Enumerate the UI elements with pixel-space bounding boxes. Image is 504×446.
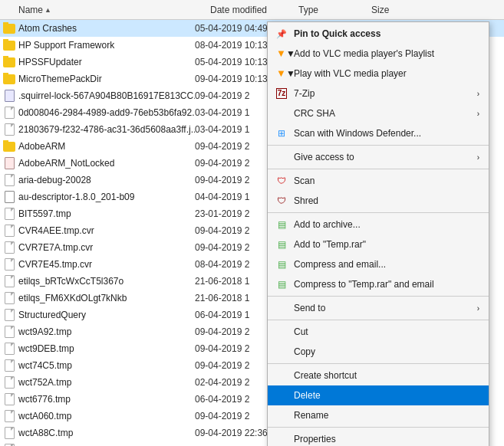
menu-item-play-vlc[interactable]: ▼ Play with VLC media player <box>268 64 489 84</box>
menu-item-label: Send to <box>294 303 477 313</box>
menu-item-scan-defender[interactable]: ⊞ Scan with Windows Defender... <box>268 123 489 143</box>
menu-item-copy[interactable]: Copy <box>268 342 489 362</box>
menu-item-icon-wrapper: ▤ <box>274 238 289 251</box>
file-name: BIT5597.tmp <box>18 208 71 219</box>
menu-item-label: Create shortcut <box>294 370 479 381</box>
file-name: CVR7E45.tmp.cvr <box>18 259 92 270</box>
menu-item-scan[interactable]: 🛡 Scan <box>268 171 489 191</box>
menu-item-7zip[interactable]: 7z 7-Zip › <box>268 84 489 103</box>
menu-item-icon-wrapper <box>274 369 289 382</box>
vlc-icon: ▼ <box>276 48 287 59</box>
menu-item-pin-quick-access[interactable]: 📌 Pin to Quick access <box>268 24 489 44</box>
menu-item-label: Compress to "Temp.rar" and email <box>294 279 479 290</box>
menu-separator <box>268 427 489 428</box>
menu-item-label: 7-Zip <box>294 88 477 99</box>
menu-item-icon-wrapper <box>274 107 289 120</box>
file-icon <box>5 410 15 422</box>
file-icon-wrapper <box>3 376 15 389</box>
file-name: MicroThemePackDir <box>18 74 102 84</box>
menu-item-create-shortcut[interactable]: Create shortcut <box>268 366 489 385</box>
menu-item-label: CRC SHA <box>294 108 477 119</box>
file-icon-wrapper <box>3 275 15 287</box>
menu-item-icon-wrapper: 🛡 <box>274 175 289 187</box>
file-icon <box>5 123 15 136</box>
menu-item-add-temp-rar[interactable]: ▤ Add to "Temp.rar" <box>268 234 489 254</box>
menu-item-compress-email[interactable]: ▤ Compress and email... <box>268 254 489 274</box>
file-name: HPSSFUpdater <box>18 57 82 67</box>
menu-item-rename[interactable]: Rename <box>268 405 489 425</box>
menu-item-icon-wrapper: 7z <box>274 87 289 100</box>
file-name-cell: AdobeARM_NotLocked <box>3 157 195 169</box>
menu-item-label: Delete <box>294 390 479 401</box>
file-icon <box>5 393 15 405</box>
menu-separator <box>268 320 489 320</box>
file-name-cell: wctA88C.tmp <box>3 427 195 439</box>
menu-item-label: Play with VLC media player <box>294 68 479 79</box>
file-name: CVR7E7A.tmp.cvr <box>18 242 93 253</box>
file-icon-wrapper <box>3 359 15 372</box>
file-icon-wrapper <box>3 208 15 220</box>
file-name-cell: .squirrel-lock-567A904B80B16917E813CC... <box>3 90 195 102</box>
file-icon-wrapper <box>3 258 15 271</box>
menu-item-crc-sha[interactable]: CRC SHA › <box>268 103 489 123</box>
file-name: CVR4AEE.tmp.cvr <box>18 225 94 236</box>
col-date-header[interactable]: Date modified <box>210 5 298 15</box>
menu-item-label: Pin to Quick access <box>294 28 479 39</box>
menu-item-label: Scan with Windows Defender... <box>294 128 479 139</box>
file-name-cell: Atom Crashes <box>3 22 195 34</box>
menu-item-icon-wrapper: ▤ <box>274 218 289 231</box>
sort-arrow-icon: ▲ <box>44 6 51 14</box>
menu-separator <box>268 363 489 364</box>
file-icon <box>5 107 15 119</box>
file-name-cell: HPSSFUpdater <box>3 56 195 68</box>
context-menu: 📌 Pin to Quick access ▼ Add to VLC media… <box>267 21 489 446</box>
menu-item-properties[interactable]: Properties <box>268 429 489 446</box>
file-name: etilqs_FM6XKdOLgt7kNkb <box>18 293 127 303</box>
shield-red-icon: 🛡 <box>277 175 286 186</box>
script-icon <box>5 90 15 102</box>
menu-separator <box>268 145 489 146</box>
file-name: AdobeARM <box>18 141 65 152</box>
menu-item-label: Scan <box>294 175 479 186</box>
file-name-cell: CVR7E45.tmp.cvr <box>3 258 195 271</box>
file-name-cell: MicroThemePackDir <box>3 73 195 85</box>
file-icon-wrapper <box>3 73 15 85</box>
file-name-cell: 21803679-f232-4786-ac31-36d5608aa3ff.j..… <box>3 123 195 136</box>
menu-item-cut[interactable]: Cut <box>268 322 489 342</box>
menu-item-add-archive[interactable]: ▤ Add to archive... <box>268 215 489 234</box>
file-icon-wrapper <box>3 123 15 136</box>
file-icon <box>5 174 15 186</box>
folder-icon <box>3 74 15 84</box>
file-icon-wrapper <box>3 157 15 169</box>
col-name-header[interactable]: Name ▲ <box>3 5 210 15</box>
file-name-cell: wct6776.tmp <box>3 393 195 405</box>
file-icon <box>5 343 15 355</box>
shield-darkred-icon: 🛡 <box>277 195 286 206</box>
menu-item-icon-wrapper: ▼ <box>274 48 289 60</box>
folder-icon <box>3 142 15 152</box>
col-name-label: Name <box>18 5 43 15</box>
col-type-header[interactable]: Type <box>298 5 371 15</box>
menu-item-label: Cut <box>294 326 479 337</box>
file-icon <box>5 292 15 304</box>
menu-item-give-access-to[interactable]: Give access to › <box>268 147 489 167</box>
menu-item-icon-wrapper <box>274 433 289 445</box>
file-icon <box>5 376 15 389</box>
menu-item-shred[interactable]: 🛡 Shred <box>268 191 489 211</box>
submenu-arrow-icon: › <box>477 304 479 313</box>
file-name-cell: etilqs_FM6XKdOLgt7kNkb <box>3 292 195 304</box>
col-size-header[interactable]: Size <box>371 5 417 15</box>
menu-item-delete[interactable]: Delete <box>268 385 489 405</box>
file-name-cell: BIT5597.tmp <box>3 208 195 220</box>
au-file-icon <box>5 191 15 203</box>
menu-item-compress-temp-email[interactable]: ▤ Compress to "Temp.rar" and email <box>268 274 489 294</box>
col-type-label: Type <box>298 5 318 15</box>
menu-item-icon-wrapper: ▼ <box>274 67 289 80</box>
menu-item-add-vlc-playlist[interactable]: ▼ Add to VLC media player's Playlist <box>268 44 489 64</box>
menu-item-icon-wrapper: ▤ <box>274 278 289 290</box>
folder-icon <box>3 24 15 34</box>
file-icon-wrapper <box>3 326 15 338</box>
submenu-arrow-icon: › <box>477 110 479 118</box>
menu-item-send-to[interactable]: Send to › <box>268 298 489 318</box>
menu-item-icon-wrapper <box>274 151 289 163</box>
